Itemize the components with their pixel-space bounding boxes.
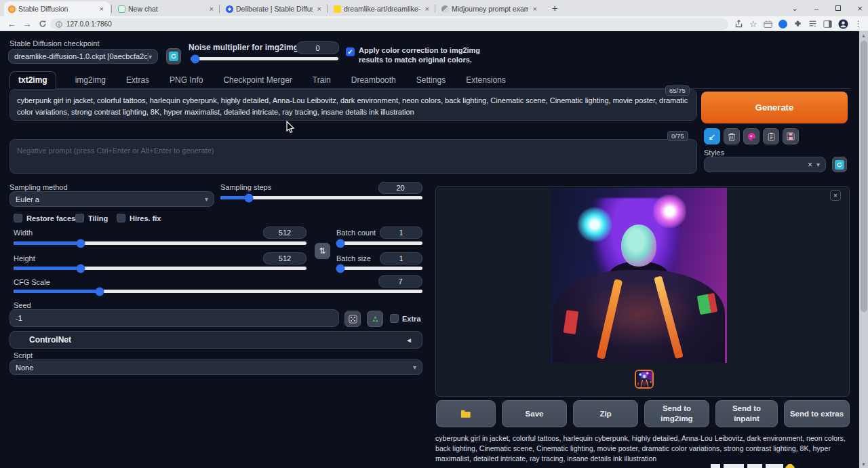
reuse-seed-button[interactable]	[367, 311, 383, 327]
cfg-scale-slider[interactable]	[14, 290, 422, 293]
tab-dreambooth[interactable]: Dreambooth	[350, 72, 397, 88]
width-input[interactable]	[264, 227, 306, 238]
noise-multiplier-value[interactable]	[296, 41, 339, 54]
tab-extras[interactable]: Extras	[125, 72, 151, 88]
generate-button[interactable]: Generate	[701, 92, 848, 123]
gallery-thumbnail[interactable]	[635, 370, 654, 389]
profile-avatar[interactable]	[838, 19, 848, 29]
negative-prompt-textarea[interactable]	[9, 139, 697, 174]
cfg-scale-input[interactable]	[379, 276, 422, 287]
window-maximize-icon[interactable]	[831, 1, 845, 15]
sampling-steps-input[interactable]	[379, 182, 422, 193]
reload-icon[interactable]	[37, 18, 49, 30]
tab-close-icon[interactable]: ×	[315, 5, 323, 13]
browser-tab-midjourney[interactable]: Midjourney prompt examples : L ×	[437, 1, 543, 16]
window-close-icon[interactable]: ×	[853, 1, 867, 15]
blue-extension-icon[interactable]	[778, 20, 787, 28]
prompt-textarea[interactable]: cyberpunk girl in jacket, colorful tatto…	[9, 89, 697, 121]
apply-style-button[interactable]	[763, 128, 779, 144]
browser-tab-new-chat[interactable]: New chat ×	[114, 1, 220, 16]
batch-count-value[interactable]	[380, 227, 422, 239]
checkpoint-refresh-button[interactable]	[166, 48, 181, 64]
browser-tab-stable-diffusion[interactable]: Stable Diffusion ×	[4, 1, 110, 16]
open-folder-button[interactable]	[436, 400, 496, 427]
scrollbar-thumb[interactable]	[861, 41, 867, 312]
url-bar[interactable]: 127.0.0.1:7860	[50, 18, 728, 30]
window-minimize-icon[interactable]: –	[810, 1, 823, 15]
share-icon[interactable]	[734, 20, 743, 28]
reading-list-icon[interactable]	[808, 20, 817, 28]
swap-dimensions-button[interactable]: ⇅	[315, 243, 330, 259]
noise-multiplier-slider[interactable]	[191, 57, 338, 60]
tab-close-icon[interactable]: ×	[98, 5, 106, 13]
restore-faces-checkbox[interactable]	[14, 214, 22, 222]
batch-size-input[interactable]	[380, 253, 422, 264]
random-seed-button[interactable]	[344, 311, 361, 327]
height-value[interactable]	[263, 252, 307, 265]
tab-close-icon[interactable]: ×	[531, 5, 539, 13]
tab-txt2img[interactable]: txt2img	[9, 71, 56, 89]
hires-fix-checkbox[interactable]	[117, 214, 125, 222]
zip-button[interactable]: Zip	[573, 400, 638, 427]
browser-tab-dreamlike[interactable]: dreamlike-art/dreamlike-diffusio ×	[330, 1, 435, 16]
width-value[interactable]	[263, 227, 307, 239]
close-preview-button[interactable]: ×	[830, 190, 841, 201]
height-slider[interactable]	[14, 267, 307, 270]
batch-size-value[interactable]	[380, 252, 422, 265]
grid-extension-icon[interactable]	[764, 20, 772, 28]
back-icon[interactable]: ←	[5, 18, 18, 30]
save-style-button[interactable]	[783, 128, 799, 144]
slider-knob[interactable]	[191, 54, 199, 63]
script-dropdown[interactable]: None ▾	[9, 359, 422, 375]
scroll-up-icon[interactable]: ▲	[859, 31, 868, 39]
send-to-img2img-button[interactable]: Send to img2img	[644, 400, 709, 427]
tab-png-info[interactable]: PNG Info	[168, 72, 204, 88]
batch-count-input[interactable]	[380, 227, 422, 238]
slider-knob[interactable]	[95, 287, 104, 296]
slider-knob[interactable]	[244, 193, 253, 202]
seed-field[interactable]	[9, 309, 339, 327]
styles-refresh-button[interactable]	[832, 157, 847, 172]
batch-count-slider[interactable]	[336, 241, 422, 245]
save-button[interactable]: Save	[502, 400, 567, 427]
bookmark-star-icon[interactable]: ☆	[749, 19, 757, 29]
slider-knob[interactable]	[77, 264, 85, 273]
side-panel-icon[interactable]	[823, 20, 832, 28]
slider-knob[interactable]	[77, 239, 85, 248]
controlnet-accordion[interactable]: ControlNet ◄	[9, 331, 422, 349]
new-tab-button[interactable]: +	[548, 1, 561, 15]
tiling-checkbox[interactable]	[75, 214, 84, 222]
slider-knob[interactable]	[336, 264, 345, 273]
checkpoint-dropdown[interactable]: dreamlike-diffusion-1.0.ckpt [0aecbcfa2c…	[8, 49, 158, 64]
tab-img2img[interactable]: img2img	[74, 72, 107, 88]
scroll-down-icon[interactable]: ▼	[859, 460, 868, 468]
page-scrollbar[interactable]: ▲ ▼	[859, 31, 868, 468]
tab-close-icon[interactable]: ×	[208, 5, 216, 13]
cfg-scale-value[interactable]	[378, 275, 422, 288]
noise-multiplier-input[interactable]	[297, 42, 338, 54]
tab-close-icon[interactable]: ×	[423, 5, 431, 13]
sampling-steps-value[interactable]	[378, 182, 422, 194]
clear-prompt-button[interactable]	[724, 128, 740, 144]
seed-input[interactable]	[10, 310, 338, 326]
sampling-steps-slider[interactable]	[220, 196, 422, 199]
tab-settings[interactable]: Settings	[415, 72, 447, 88]
generated-image[interactable]	[551, 188, 727, 363]
menu-more-icon[interactable]: ⋮	[854, 19, 863, 28]
color-correction-checkbox[interactable]: ✓	[346, 47, 355, 56]
send-to-extras-button[interactable]: Send to extras	[784, 400, 850, 427]
extra-seed-checkbox[interactable]	[390, 314, 399, 323]
tab-checkpoint-merger[interactable]: Checkpoint Merger	[222, 72, 293, 88]
sampling-method-dropdown[interactable]: Euler a ▾	[9, 191, 214, 207]
browser-tab-deliberate[interactable]: Deliberate | Stable Diffusion Che ×	[222, 1, 328, 16]
puzzle-extensions-icon[interactable]	[793, 20, 802, 28]
send-to-inpaint-button[interactable]: Send to inpaint	[715, 400, 778, 427]
width-slider[interactable]	[14, 241, 307, 245]
read-params-button[interactable]: ↙	[704, 128, 720, 144]
forward-icon[interactable]: →	[21, 18, 33, 30]
batch-size-slider[interactable]	[336, 267, 422, 270]
tab-extensions[interactable]: Extensions	[465, 72, 507, 88]
extra-networks-button[interactable]	[743, 128, 760, 144]
window-dropdown-icon[interactable]: ⌄	[788, 1, 802, 15]
styles-dropdown[interactable]: × ▾	[704, 157, 826, 172]
